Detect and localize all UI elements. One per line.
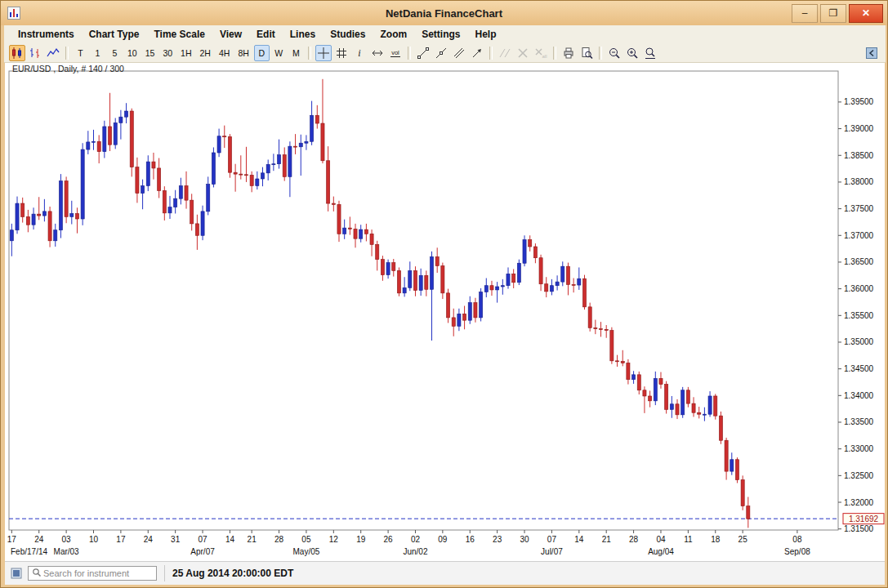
timescale-1h-button[interactable]: 1H [177, 45, 194, 61]
svg-text:1.33000: 1.33000 [844, 444, 874, 453]
svg-text:08: 08 [792, 535, 802, 544]
info-icon: i [353, 47, 366, 60]
zoom-out-button[interactable] [606, 45, 622, 61]
window-controls: – ❐ ✕ [789, 4, 883, 23]
side-panel-button[interactable] [863, 45, 880, 61]
zoom-in-icon [626, 47, 639, 60]
svg-text:19: 19 [356, 535, 366, 544]
menu-view[interactable]: View [212, 25, 249, 43]
menu-instruments[interactable]: Instruments [11, 25, 82, 43]
svg-text:1.31500: 1.31500 [844, 524, 874, 533]
timescale-tick-button[interactable]: T [73, 45, 88, 61]
volume-icon: vol [389, 47, 402, 60]
volume-button[interactable]: vol [387, 45, 404, 61]
svg-text:24: 24 [34, 535, 44, 544]
svg-text:28: 28 [274, 535, 284, 544]
svg-text:1.34000: 1.34000 [844, 391, 874, 400]
price-axis[interactable]: 1.395001.390001.385001.380001.375001.370… [838, 97, 874, 533]
side-panel-icon [866, 47, 877, 59]
print-preview-button[interactable] [578, 45, 595, 61]
info-button[interactable]: i [351, 45, 368, 61]
maximize-button[interactable]: ❐ [820, 4, 846, 23]
timescale-10-button[interactable]: 10 [124, 45, 141, 61]
toolbar-separator [408, 47, 411, 60]
line-chart-icon [47, 47, 60, 60]
minimize-button[interactable]: – [792, 4, 818, 23]
trend-line-button[interactable] [415, 45, 431, 61]
zoom-fit-icon [644, 47, 657, 60]
svg-text:1.35000: 1.35000 [844, 337, 874, 346]
time-axis[interactable]: 1724031017243107142128051219260209162330… [7, 530, 810, 556]
remove-lines-icon [498, 47, 511, 60]
svg-text:1.33500: 1.33500 [844, 417, 874, 426]
menu-help[interactable]: Help [467, 25, 503, 43]
svg-text:1.31692: 1.31692 [849, 514, 879, 523]
toolbar-separator [599, 47, 602, 60]
trend-line-icon [417, 47, 430, 60]
menu-edit[interactable]: Edit [249, 25, 283, 43]
zoom-fit-button[interactable] [642, 45, 658, 61]
timescale-1-button[interactable]: 1 [90, 45, 105, 61]
timescale-monthly-button[interactable]: M [288, 45, 304, 61]
print-button[interactable] [560, 45, 577, 61]
menu-settings[interactable]: Settings [414, 25, 467, 43]
candlestick-chart[interactable]: 1.395001.390001.385001.380001.375001.370… [5, 63, 885, 561]
toolbar: T151015301H2H4H8HDWMivolall [4, 43, 886, 63]
svg-text:Jun/02: Jun/02 [403, 547, 427, 556]
timescale-daily-button[interactable]: D [254, 45, 270, 61]
channel-lines-button[interactable] [451, 45, 467, 61]
svg-text:07: 07 [547, 535, 557, 544]
svg-text:21: 21 [248, 535, 257, 544]
timescale-15-button[interactable]: 15 [142, 45, 158, 61]
zoom-in-button[interactable] [624, 45, 640, 61]
printer-icon [562, 47, 575, 60]
timescale-5-button[interactable]: 5 [107, 45, 123, 61]
horizontal-expand-button[interactable] [369, 45, 386, 61]
timescale-weekly-button[interactable]: W [271, 45, 287, 61]
svg-text:1.32000: 1.32000 [844, 498, 874, 507]
bar-chart-button[interactable] [27, 45, 43, 61]
menu-time-scale[interactable]: Time Scale [146, 25, 212, 43]
bar-chart-icon [29, 47, 42, 60]
menu-lines[interactable]: Lines [283, 25, 323, 43]
menu-chart-type[interactable]: Chart Type [82, 25, 147, 43]
toolbar-separator [65, 47, 69, 60]
svg-text:03: 03 [62, 535, 72, 544]
crosshair-button[interactable] [315, 45, 332, 61]
svg-text:12: 12 [329, 535, 339, 544]
search-input[interactable] [42, 568, 153, 579]
print-preview-icon [580, 47, 593, 60]
svg-text:09: 09 [438, 535, 448, 544]
instrument-search[interactable] [28, 566, 157, 581]
close-button[interactable]: ✕ [849, 4, 883, 23]
pointer-tool-button[interactable] [469, 45, 485, 61]
svg-text:1.37500: 1.37500 [844, 204, 874, 213]
status-divider [164, 565, 165, 581]
svg-text:1.36000: 1.36000 [844, 284, 874, 293]
zoom-out-icon [608, 47, 621, 60]
timescale-4h-button[interactable]: 4H [216, 45, 233, 61]
svg-text:26: 26 [384, 535, 394, 544]
svg-text:18: 18 [711, 535, 721, 544]
grid-button[interactable] [333, 45, 350, 61]
timescale-30-button[interactable]: 30 [159, 45, 176, 61]
chart-area[interactable]: EUR/USD , Daily, # 140 / 300 1.395001.39… [5, 63, 885, 561]
timescale-8h-button[interactable]: 8H [234, 45, 252, 61]
candlestick-chart-button[interactable] [9, 45, 25, 61]
svg-text:all: all [542, 54, 547, 59]
menu-zoom[interactable]: Zoom [373, 25, 414, 43]
workspace-icon[interactable] [11, 568, 22, 579]
delete-all-icon: all [534, 47, 547, 60]
toolbar-separator [489, 47, 493, 60]
timescale-2h-button[interactable]: 2H [197, 45, 214, 61]
menu-studies[interactable]: Studies [323, 25, 373, 43]
svg-text:17: 17 [116, 535, 126, 544]
line-chart-button[interactable] [45, 45, 61, 61]
svg-text:Sep/08: Sep/08 [784, 547, 810, 556]
delete-x-icon [516, 47, 529, 60]
channel-lines-icon [453, 47, 466, 60]
ray-line-button[interactable] [433, 45, 449, 61]
svg-text:21: 21 [602, 535, 612, 544]
svg-text:17: 17 [7, 535, 17, 544]
svg-text:02: 02 [411, 535, 421, 544]
